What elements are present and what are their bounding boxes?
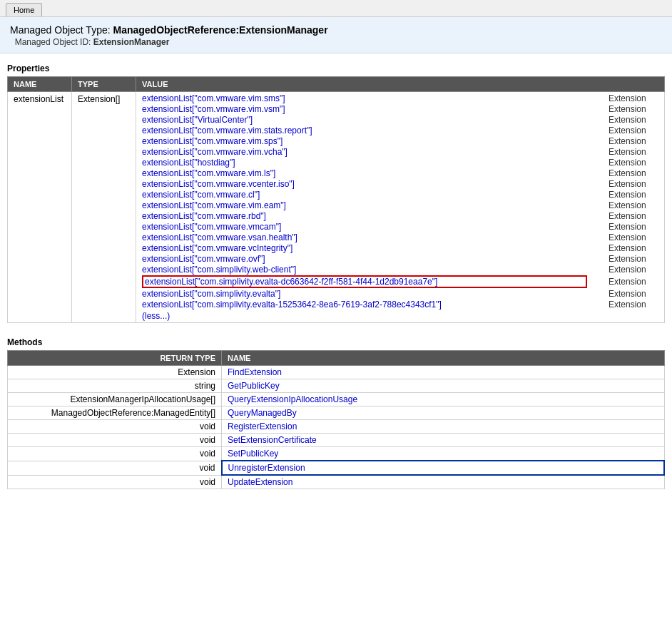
extension-type: Extension bbox=[609, 179, 658, 189]
extension-link[interactable]: extensionList["com.vmware.vim.eam"] bbox=[142, 200, 587, 210]
method-name-cell: UpdateExtension bbox=[222, 475, 665, 489]
extension-link[interactable]: extensionList["com.vmware.cl"] bbox=[142, 190, 587, 200]
method-return-type: void bbox=[8, 420, 222, 434]
value-row: extensionList["VirtualCenter"]Extension bbox=[142, 115, 658, 125]
extension-link[interactable]: extensionList["com.vmware.vcIntegrity"] bbox=[142, 243, 587, 253]
method-name-cell: SetPublicKey bbox=[222, 447, 665, 461]
method-return-type: ManagedObjectReference:ManagedEntity[] bbox=[8, 406, 222, 420]
extension-link[interactable]: extensionList["com.vmware.ovf"] bbox=[142, 254, 587, 264]
methods-table: RETURN TYPE NAME ExtensionFindExtensions… bbox=[7, 350, 665, 489]
method-row: ExtensionFindExtension bbox=[8, 366, 665, 379]
properties-section: Properties NAME TYPE VALUE extensionList… bbox=[7, 63, 665, 323]
value-row: extensionList["com.vmware.rbd"]Extension bbox=[142, 211, 658, 221]
prop-name-cell: extensionList bbox=[8, 92, 72, 323]
col-value: VALUE bbox=[136, 77, 665, 92]
method-link[interactable]: UpdateExtension bbox=[228, 477, 292, 487]
extension-link[interactable]: extensionList["com.vmware.vim.stats.repo… bbox=[142, 126, 587, 135]
value-row: extensionList["hostdiag"]Extension bbox=[142, 158, 658, 168]
value-row: extensionList["com.vmware.vim.sps"]Exten… bbox=[142, 136, 658, 146]
main-title-value: ManagedObjectReference:ExtensionManager bbox=[113, 24, 328, 36]
extension-type: Extension bbox=[609, 104, 658, 114]
extension-link[interactable]: extensionList["com.simplivity.evalta"] bbox=[142, 289, 587, 299]
value-row: extensionList["com.simplivity.evalta-152… bbox=[142, 300, 658, 310]
method-return-type: void bbox=[8, 475, 222, 489]
extension-link[interactable]: extensionList["com.vmware.vim.ls"] bbox=[142, 168, 587, 178]
method-return-type: ExtensionManagerIpAllocationUsage[] bbox=[8, 393, 222, 406]
method-return-type: void bbox=[8, 434, 222, 447]
extension-link[interactable]: extensionList["com.vmware.vim.sps"] bbox=[142, 136, 587, 146]
method-return-type: void bbox=[8, 461, 222, 475]
extension-link[interactable]: extensionList["com.simplivity.web-client… bbox=[142, 265, 587, 275]
method-row: voidRegisterExtension bbox=[8, 420, 665, 434]
sub-title-value: ExtensionManager bbox=[93, 37, 170, 47]
method-name-cell: RegisterExtension bbox=[222, 420, 665, 434]
method-name-cell: QueryExtensionIpAllocationUsage bbox=[222, 393, 665, 406]
value-row: extensionList["com.vmware.vim.stats.repo… bbox=[142, 126, 658, 135]
prop-type-cell: Extension[] bbox=[72, 92, 136, 323]
value-row: extensionList["com.vmware.vim.vcha"]Exte… bbox=[142, 147, 658, 157]
value-row: extensionList["com.simplivity.evalta"]Ex… bbox=[142, 289, 658, 299]
method-row: voidSetPublicKey bbox=[8, 447, 665, 461]
value-row: extensionList["com.simplivity.evalta-dc6… bbox=[142, 275, 658, 288]
extension-link[interactable]: extensionList["com.vmware.vim.vcha"] bbox=[142, 147, 587, 157]
extension-link[interactable]: extensionList["hostdiag"] bbox=[142, 158, 587, 168]
extension-link[interactable]: extensionList["com.simplivity.evalta-dc6… bbox=[142, 275, 587, 288]
extension-link[interactable]: extensionList["com.simplivity.evalta-152… bbox=[142, 300, 587, 310]
value-row: extensionList["com.vmware.vim.eam"]Exten… bbox=[142, 200, 658, 210]
method-name-cell: GetPublicKey bbox=[222, 379, 665, 393]
extension-link[interactable]: extensionList["VirtualCenter"] bbox=[142, 115, 587, 125]
method-name-cell: FindExtension bbox=[222, 366, 665, 379]
extension-type: Extension bbox=[609, 300, 658, 310]
extension-link[interactable]: extensionList["com.vmware.rbd"] bbox=[142, 211, 587, 221]
value-row: extensionList["com.vmware.vcIntegrity"]E… bbox=[142, 243, 658, 253]
value-row: extensionList["com.simplivity.web-client… bbox=[142, 265, 658, 275]
value-row: extensionList["com.vmware.vmcam"]Extensi… bbox=[142, 222, 658, 232]
extension-type: Extension bbox=[609, 136, 658, 146]
method-row: stringGetPublicKey bbox=[8, 379, 665, 393]
extension-link[interactable]: extensionList["com.vmware.vim.vsm"] bbox=[142, 104, 587, 114]
method-name-cell: SetExtensionCertificate bbox=[222, 434, 665, 447]
extension-link[interactable]: extensionList["com.vmware.vcenter.iso"] bbox=[142, 179, 587, 189]
properties-table: NAME TYPE VALUE extensionListExtension[]… bbox=[7, 76, 665, 323]
method-row: voidUpdateExtension bbox=[8, 475, 665, 489]
method-link[interactable]: SetPublicKey bbox=[228, 449, 278, 459]
main-title: Managed Object Type: ManagedObjectRefere… bbox=[10, 24, 662, 36]
method-row: ExtensionManagerIpAllocationUsage[]Query… bbox=[8, 393, 665, 406]
extension-type: Extension bbox=[609, 115, 658, 125]
method-link[interactable]: RegisterExtension bbox=[228, 421, 297, 431]
value-row: extensionList["com.vmware.vim.ls"]Extens… bbox=[142, 168, 658, 178]
extension-type: Extension bbox=[609, 190, 658, 200]
extension-type: Extension bbox=[609, 168, 658, 178]
method-row: voidUnregisterExtension bbox=[8, 461, 665, 475]
methods-section: Methods RETURN TYPE NAME ExtensionFindEx… bbox=[7, 337, 665, 489]
extension-link[interactable]: extensionList["com.vmware.vim.sms"] bbox=[142, 93, 587, 103]
tab-home[interactable]: Home bbox=[6, 3, 42, 16]
extension-link[interactable]: extensionList["com.vmware.vsan.health"] bbox=[142, 232, 587, 242]
method-return-type: Extension bbox=[8, 366, 222, 379]
extension-type: Extension bbox=[609, 200, 658, 210]
value-row: extensionList["com.vmware.vim.vsm"]Exten… bbox=[142, 104, 658, 114]
extension-type: Extension bbox=[609, 265, 658, 275]
value-row: extensionList["com.vmware.ovf"]Extension bbox=[142, 254, 658, 264]
method-name-cell: UnregisterExtension bbox=[222, 461, 665, 475]
extension-link[interactable]: extensionList["com.vmware.vmcam"] bbox=[142, 222, 587, 232]
extension-type: Extension bbox=[609, 232, 658, 242]
extension-type: Extension bbox=[609, 211, 658, 221]
method-link[interactable]: QueryExtensionIpAllocationUsage bbox=[228, 394, 357, 404]
method-name-cell: QueryManagedBy bbox=[222, 406, 665, 420]
properties-title: Properties bbox=[7, 63, 665, 73]
tab-bar: Home bbox=[0, 0, 672, 17]
col-name: NAME bbox=[8, 77, 72, 92]
extension-type: Extension bbox=[609, 93, 658, 103]
extension-type: Extension bbox=[609, 277, 658, 287]
extension-type: Extension bbox=[609, 289, 658, 299]
method-link[interactable]: SetExtensionCertificate bbox=[228, 435, 317, 445]
method-link[interactable]: FindExtension bbox=[228, 367, 282, 377]
method-link[interactable]: QueryManagedBy bbox=[228, 408, 297, 418]
method-link[interactable]: GetPublicKey bbox=[228, 381, 280, 391]
less-link[interactable]: (less...) bbox=[142, 311, 170, 321]
method-return-type: void bbox=[8, 447, 222, 461]
method-link[interactable]: UnregisterExtension bbox=[228, 463, 305, 473]
page-header: Managed Object Type: ManagedObjectRefere… bbox=[0, 17, 672, 53]
col-method-name: NAME bbox=[222, 351, 665, 366]
